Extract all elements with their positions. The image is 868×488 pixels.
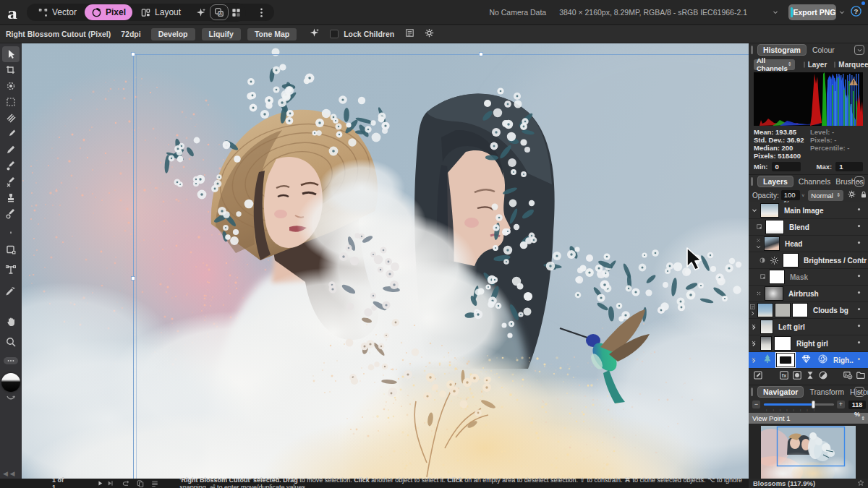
svg-text:fx: fx xyxy=(782,372,787,379)
svg-text:A: A xyxy=(219,12,222,16)
svg-text:?: ? xyxy=(854,7,859,14)
